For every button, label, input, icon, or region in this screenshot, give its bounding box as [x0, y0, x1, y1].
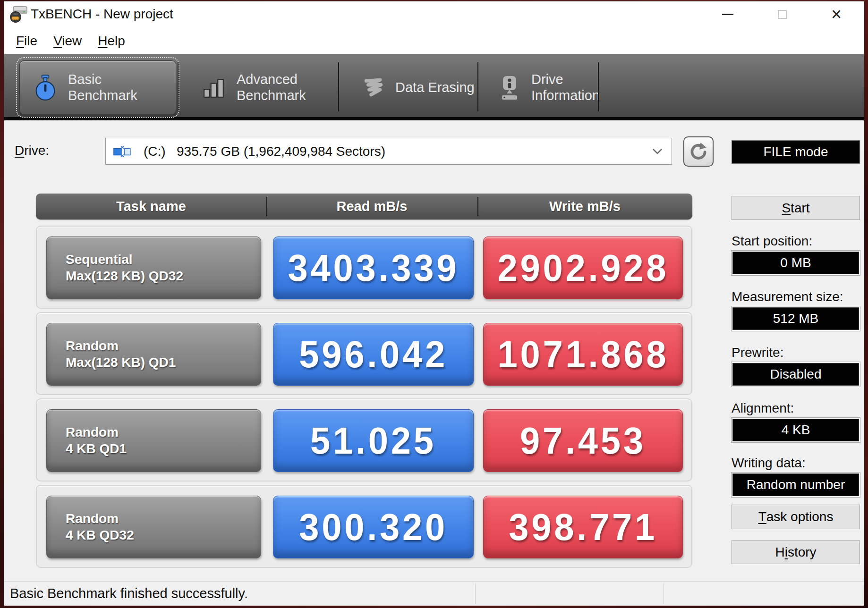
header-separator	[477, 197, 478, 216]
task-line2: 4 KB QD32	[66, 527, 261, 543]
tab-basic-benchmark[interactable]: Basic Benchmark	[19, 60, 176, 115]
task-name-button[interactable]: Sequential Max(128 KB) QD32	[46, 236, 261, 299]
read-value: 300.320	[273, 496, 474, 558]
prewrite-label: Prewrite:	[732, 345, 783, 360]
app-window: TxBENCH - New project × File View Help B…	[4, 1, 864, 605]
header-cell-write: Write mB/s	[477, 199, 692, 214]
title-bar: TxBENCH - New project ×	[4, 1, 864, 28]
drive-partition-icon	[113, 144, 132, 159]
refresh-icon	[689, 142, 708, 161]
stopwatch-icon	[33, 75, 58, 101]
task-name-button[interactable]: Random Max(128 KB) QD1	[46, 323, 261, 386]
task-line2: Max(128 KB) QD32	[66, 268, 261, 284]
tab-separator	[338, 62, 339, 111]
minimize-button[interactable]	[709, 3, 747, 25]
close-button[interactable]: ×	[817, 3, 855, 25]
task-options-button[interactable]: Task options	[732, 505, 860, 529]
tab-drive-information[interactable]: Drive Information	[485, 60, 600, 115]
tab-separator	[598, 62, 599, 111]
benchmark-row-random-128k-qd1: Random Max(128 KB) QD1 596.042 1071.868	[36, 312, 692, 395]
table-header: Task name Read mB/s Write mB/s	[36, 194, 692, 220]
tab-separator	[178, 62, 179, 111]
refresh-drives-button[interactable]	[683, 136, 714, 167]
read-value: 3403.339	[273, 236, 474, 299]
status-message: Basic Benchmark finished successfully.	[10, 582, 248, 606]
tab-label-line1: Advanced	[237, 72, 306, 87]
tab-label-line1: Data Erasing	[395, 80, 475, 95]
minimize-icon	[722, 14, 733, 15]
status-separator	[664, 583, 664, 604]
close-icon: ×	[831, 5, 842, 23]
eraser-icon	[361, 76, 385, 99]
menu-item-file[interactable]: File	[8, 31, 45, 51]
write-value: 1071.868	[483, 323, 683, 386]
start-position-label: Start position:	[732, 234, 812, 249]
task-line1: Sequential	[66, 252, 261, 268]
start-position-value: 0 MB	[732, 251, 860, 275]
task-line1: Random	[66, 338, 261, 354]
menu-bar: File View Help	[4, 28, 864, 54]
tab-label-line2: Benchmark	[237, 88, 306, 103]
alignment-label: Alignment:	[732, 401, 794, 416]
read-value: 596.042	[273, 323, 474, 386]
status-bar: Basic Benchmark finished successfully.	[4, 581, 864, 606]
read-value: 51.025	[273, 409, 474, 472]
chevron-down-icon[interactable]	[651, 147, 664, 158]
writing-data-value: Random number	[732, 473, 860, 497]
history-button[interactable]: History	[732, 540, 860, 564]
maximize-icon	[778, 10, 787, 19]
tab-advanced-benchmark[interactable]: Advanced Benchmark	[189, 60, 336, 115]
status-separator	[475, 583, 476, 604]
tab-label-line1: Basic	[68, 72, 137, 87]
drive-select[interactable]: (C:) 935.75 GB (1,962,409,984 Sectors)	[105, 138, 672, 165]
tab-label-line2: Benchmark	[68, 88, 137, 103]
app-icon	[9, 5, 28, 24]
file-mode-button[interactable]: FILE mode	[732, 140, 860, 164]
measurement-size-label: Measurement size:	[732, 289, 843, 304]
benchmark-row-sequential-qd32: Sequential Max(128 KB) QD32 3403.339 290…	[36, 226, 692, 309]
measurement-size-value: 512 MB	[732, 306, 860, 331]
tab-label-line2: Information	[531, 88, 600, 103]
task-name-button[interactable]: Random 4 KB QD32	[46, 496, 261, 558]
drive-label: Drive:	[15, 143, 49, 158]
task-line2: 4 KB QD1	[66, 441, 261, 457]
header-cell-task: Task name	[36, 199, 266, 214]
prewrite-value: Disabled	[732, 362, 860, 387]
tab-separator	[477, 62, 478, 111]
drive-info-icon	[498, 75, 521, 101]
bar-chart-icon	[203, 77, 226, 99]
header-separator	[266, 197, 267, 216]
write-value: 398.771	[483, 496, 683, 558]
writing-data-label: Writing data:	[732, 456, 806, 471]
maximize-button[interactable]	[763, 3, 801, 25]
drive-select-value: (C:) 935.75 GB (1,962,409,984 Sectors)	[144, 144, 385, 159]
start-button[interactable]: Start	[732, 196, 860, 220]
window-title: TxBENCH - New project	[31, 1, 173, 28]
task-line1: Random	[66, 424, 261, 440]
benchmark-row-random-4k-qd32: Random 4 KB QD32 300.320 398.771	[36, 485, 692, 568]
tab-data-erasing[interactable]: Data Erasing	[348, 60, 477, 115]
task-line2: Max(128 KB) QD1	[66, 355, 261, 371]
alignment-value: 4 KB	[732, 418, 860, 442]
tab-strip: Basic Benchmark Advanced Benchmark	[4, 54, 864, 120]
write-value: 97.453	[483, 409, 683, 472]
task-line1: Random	[66, 511, 261, 527]
task-name-button[interactable]: Random 4 KB QD1	[46, 409, 261, 472]
menu-item-help[interactable]: Help	[90, 31, 133, 51]
benchmark-row-random-4k-qd1: Random 4 KB QD1 51.025 97.453	[36, 398, 692, 481]
header-cell-read: Read mB/s	[266, 199, 477, 214]
tab-label-line1: Drive	[531, 72, 600, 87]
menu-item-view[interactable]: View	[45, 31, 90, 51]
write-value: 2902.928	[483, 236, 683, 299]
